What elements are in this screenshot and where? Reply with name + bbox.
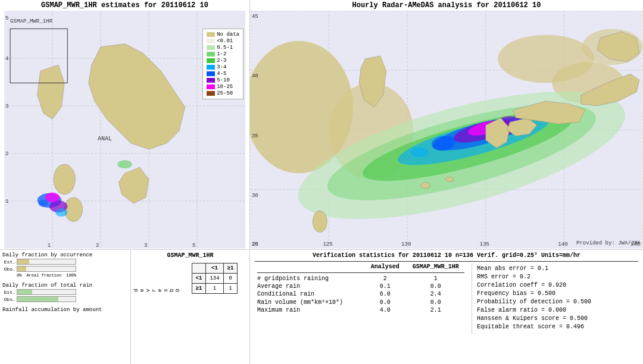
verification-label-3: Rain volume (mm*km²×10⁶) [255, 298, 366, 306]
left-map-title: GSMAP_MWR_1HR estimates for 20110612 10 [0, 0, 249, 11]
legend-label-nodata: No data [217, 32, 239, 37]
right-stats-row-7: Equitable threat score = 0.496 [477, 324, 633, 330]
occurrence-est-row: Est. [2, 259, 128, 265]
verification-header: Analysed GSMAP_MWR_1HR [255, 263, 467, 271]
svg-point-67 [420, 183, 430, 189]
verification-table-wrapper: Analysed GSMAP_MWR_1HR # gridpoints rain… [255, 263, 467, 334]
right-stats-panel: Mean abs error = 0.1 RMS error = 0.2 Cor… [472, 263, 638, 334]
verification-analysed-2: 6.0 [366, 290, 404, 298]
right-stats-row-3: Frequency bias = 0.500 [477, 290, 633, 297]
svg-text:4: 4 [5, 55, 8, 62]
contingency-header-row: <1 ≥1 [192, 263, 238, 274]
occurrence-axis-label: Areal fraction [26, 273, 61, 278]
svg-text:135: 135 [480, 241, 489, 247]
verification-data-row-1: Average rain 0.1 0.0 [255, 283, 467, 290]
svg-text:1: 1 [5, 198, 9, 205]
contingency-col-header-1: <1 [206, 263, 223, 274]
rain-chart: Daily fraction of total rain Est. Obs. [2, 283, 128, 302]
occurrence-title: Daily fraction by occurrence [2, 252, 128, 258]
verification-gsmap-3: 0.0 [404, 298, 467, 306]
left-map-panel: GSMAP_MWR_1HR estimates for 20110612 10 … [0, 0, 250, 250]
verification-content: Analysed GSMAP_MWR_1HR # gridpoints rain… [255, 263, 638, 334]
legend-color-510 [207, 78, 215, 83]
svg-point-17 [55, 208, 67, 216]
svg-text:5: 5 [5, 15, 8, 21]
svg-text:5: 5 [192, 242, 195, 249]
verification-title: Verification statistics for 20110612 10 … [255, 252, 638, 259]
verification-data-row-0: # gridpoints raining 2 1 [255, 275, 467, 283]
rain-obs-fill [17, 297, 58, 302]
svg-text:ANAL: ANAL [98, 136, 112, 142]
occurrence-chart: Daily fraction by occurrence Est. Obs. 0… [2, 252, 128, 278]
maps-row: GSMAP_MWR_1HR estimates for 20110612 10 … [0, 0, 643, 250]
legend-label-1025: 10-25 [217, 84, 233, 90]
rain-obs-row: Obs. [2, 296, 128, 302]
svg-point-11 [54, 164, 75, 194]
contingency-outer: Observed <1 ≥1 <1 134 0 ≥1 1 [133, 261, 247, 308]
right-stats-row-2: Correlation coeff = 0.920 [477, 282, 633, 288]
divider-1 [255, 261, 638, 262]
svg-text:3: 3 [144, 242, 147, 249]
right-map-title: Hourly Radar-AMeDAS analysis for 2011061… [250, 0, 643, 11]
occurrence-est-label: Est. [2, 259, 15, 265]
legend-label-34: 3-4 [217, 64, 226, 70]
verification-header-empty [255, 263, 366, 271]
svg-point-16 [45, 193, 60, 202]
legend-color-45 [207, 71, 215, 76]
contingency-row-1: <1 134 0 [192, 274, 238, 284]
verification-header-analysed: Analysed [366, 263, 404, 271]
svg-text:140: 140 [558, 241, 567, 247]
svg-point-19 [117, 160, 132, 168]
occurrence-est-fill [17, 259, 29, 264]
verification-gsmap-0: 1 [404, 275, 467, 283]
svg-text:2: 2 [96, 242, 99, 249]
svg-text:30: 30 [252, 192, 258, 199]
svg-point-18 [39, 200, 48, 207]
legend-label-45: 4-5 [217, 71, 226, 77]
main-container: GSMAP_MWR_1HR estimates for 20110612 10 … [0, 0, 643, 364]
legend-item-001: <0.01 [207, 38, 239, 44]
occurrence-obs-label: Obs. [2, 266, 15, 272]
verification-analysed-0: 2 [366, 275, 404, 283]
svg-point-60 [313, 211, 327, 232]
legend-item-34: 3-4 [207, 64, 239, 70]
svg-text:20: 20 [252, 241, 258, 247]
legend-item-45: 4-5 [207, 71, 239, 77]
legend-label-2550: 25-50 [217, 90, 233, 96]
verification-analysed-3: 0.0 [366, 298, 404, 306]
verification-gsmap-4: 2.1 [404, 306, 467, 314]
contingency-cell-22: 1 [223, 284, 238, 294]
left-map-area: No data <0.01 0.5-1 1-2 [0, 11, 249, 249]
legend-color-23 [207, 58, 215, 63]
legend-color-12 [207, 52, 215, 57]
legend-color-1025 [207, 84, 215, 89]
contingency-panel: GSMAP_MWR_1HR Observed <1 ≥1 <1 134 0 [131, 250, 250, 364]
contingency-table: <1 ≥1 <1 134 0 ≥1 1 1 [192, 263, 238, 294]
verification-label-0: # gridpoints raining [255, 275, 366, 283]
legend-item-nodata: No data [207, 32, 239, 37]
verification-analysed-1: 0.1 [366, 283, 404, 290]
provided-by-label: Provided by: JWA/JMA [576, 240, 641, 246]
rain-est-fill [17, 290, 32, 294]
svg-text:45: 45 [252, 13, 258, 20]
rain-est-bar [17, 289, 76, 295]
contingency-cell-12: 0 [223, 274, 238, 284]
svg-point-59 [410, 148, 428, 157]
contingency-row-2: ≥1 1 1 [192, 284, 238, 294]
legend-item-1025: 10-25 [207, 84, 239, 90]
legend: No data <0.01 0.5-1 1-2 [202, 29, 244, 99]
legend-label-23: 2-3 [217, 58, 226, 64]
verification-data-row-3: Rain volume (mm*km²×10⁶) 0.0 0.0 [255, 298, 467, 306]
legend-label-051: 0.5-1 [217, 45, 233, 51]
legend-color-001 [207, 39, 215, 43]
verification-label-2: Conditional rain [255, 290, 366, 298]
svg-text:2: 2 [5, 150, 8, 157]
right-stats-row-5: False alarm ratio = 0.000 [477, 307, 633, 313]
legend-color-051 [207, 45, 215, 50]
legend-item-12: 1-2 [207, 51, 239, 57]
verification-data-row-2: Conditional rain 6.0 2.4 [255, 290, 467, 298]
occurrence-obs-bar [17, 266, 76, 272]
rain-obs-label: Obs. [2, 297, 15, 302]
rain-obs-bar [17, 296, 76, 302]
svg-text:125: 125 [323, 241, 332, 247]
